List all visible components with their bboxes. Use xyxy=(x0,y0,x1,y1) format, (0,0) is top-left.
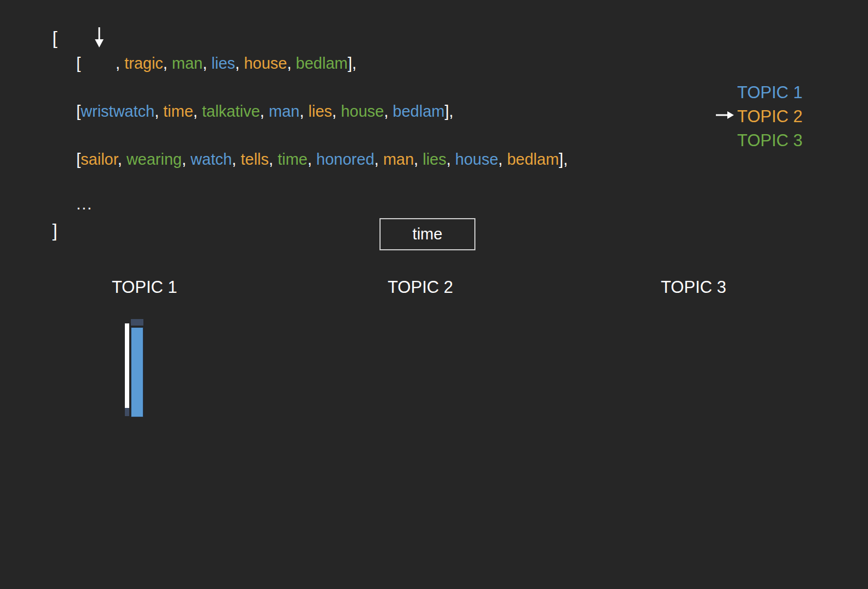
doc-close-bracket: ], xyxy=(559,151,568,168)
token-separator: , xyxy=(232,151,240,168)
token-separator: , xyxy=(287,55,296,72)
token-separator: , xyxy=(203,55,212,72)
document-row: [sailor, wearing, watch, tells, time, ho… xyxy=(76,149,568,170)
word-token: house xyxy=(455,151,498,168)
doc-open-bracket: [ xyxy=(76,103,81,120)
word-token: lies xyxy=(212,55,236,72)
document-row: [wristwatch, time, talkative, man, lies,… xyxy=(76,101,454,122)
topic1-count-bar xyxy=(131,327,143,417)
doc-close-bracket: ], xyxy=(444,103,453,120)
word-token: watch xyxy=(191,151,232,168)
word-token: tragic xyxy=(124,55,163,72)
corpus-ellipsis: ... xyxy=(76,195,93,213)
corpus-open-bracket: [ xyxy=(52,27,57,49)
token-separator: , xyxy=(260,103,269,120)
topic1-outline-bar xyxy=(125,323,129,408)
token-separator: , xyxy=(163,55,172,72)
word-token: house xyxy=(341,103,384,120)
word-token: sailor xyxy=(81,151,118,168)
histogram-header-topic-3: TOPIC 3 xyxy=(661,278,726,297)
token-separator: , xyxy=(299,103,308,120)
word-token: time xyxy=(278,151,308,168)
word-token: time xyxy=(164,103,194,120)
doc-open-bracket: [ xyxy=(76,151,81,168)
token-separator: , xyxy=(308,151,316,168)
histogram-header-topic-2: TOPIC 2 xyxy=(388,278,453,297)
word-token: man xyxy=(269,103,299,120)
topic1-count-bar-cap xyxy=(131,319,143,326)
word-token: man xyxy=(172,55,202,72)
slide-canvas: [ [, tragic, man, lies, house, bedlam], … xyxy=(0,0,868,589)
word-token: bedlam xyxy=(507,151,559,168)
word-token: lies xyxy=(309,103,333,120)
legend-topic-3: TOPIC 3 xyxy=(737,130,803,151)
word-token: lies xyxy=(423,151,447,168)
token-separator: , xyxy=(193,103,202,120)
word-token: honored xyxy=(316,151,374,168)
token-separator: , xyxy=(414,151,423,168)
token-separator: , xyxy=(384,103,393,120)
token-separator: , xyxy=(332,103,341,120)
token-separator: , xyxy=(269,151,278,168)
token-separator: , xyxy=(447,151,455,168)
doc-open-bracket: [ xyxy=(76,55,81,72)
topic1-outline-bar-base xyxy=(125,408,129,416)
down-arrow-icon xyxy=(94,26,104,50)
token-separator: , xyxy=(375,151,383,168)
token-separator: , xyxy=(154,103,163,120)
corpus-close-bracket: ] xyxy=(52,220,57,242)
legend-topic-2: TOPIC 2 xyxy=(737,106,803,127)
word-token: house xyxy=(244,55,287,72)
histogram-header-topic-1: TOPIC 1 xyxy=(112,278,177,297)
legend-topic-1: TOPIC 1 xyxy=(737,82,803,103)
token-separator: , xyxy=(182,151,190,168)
sampled-word-box: time xyxy=(379,218,475,250)
doc-close-bracket: ], xyxy=(348,55,357,72)
word-token: tells xyxy=(240,151,269,168)
word-token: wristwatch xyxy=(81,103,154,120)
word-token: bedlam xyxy=(393,103,444,120)
token-separator: , xyxy=(118,151,126,168)
word-token: wearing xyxy=(126,151,182,168)
right-arrow-icon xyxy=(715,111,734,122)
word-token: bedlam xyxy=(296,55,348,72)
word-token: man xyxy=(383,151,414,168)
token-separator: , xyxy=(498,151,507,168)
word-token: talkative xyxy=(202,103,260,120)
document-row: [, tragic, man, lies, house, bedlam], xyxy=(76,53,357,74)
token-separator: , xyxy=(235,55,244,72)
sampled-word-label: time xyxy=(413,225,443,243)
token-separator: , xyxy=(116,55,124,72)
